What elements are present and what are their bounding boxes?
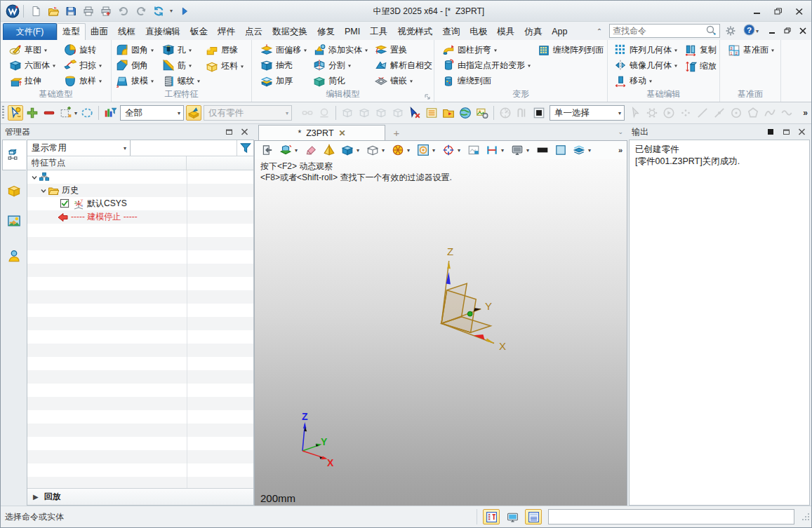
ribbon-item-圆角[interactable]: 圆角▾ bbox=[116, 42, 162, 57]
link-gray-button[interactable] bbox=[300, 105, 315, 121]
ball-gray-button[interactable] bbox=[317, 105, 332, 121]
canvas-pyramid-button[interactable] bbox=[320, 142, 338, 158]
dots-gray-button[interactable] bbox=[678, 105, 693, 121]
replay-expand-icon[interactable]: ▶ bbox=[33, 493, 39, 501]
manager-close-icon[interactable] bbox=[239, 127, 250, 137]
toolbar-grip[interactable] bbox=[2, 106, 4, 120]
chevron-down-icon[interactable] bbox=[39, 187, 48, 195]
ribbon-item-草图[interactable]: 草图▾ bbox=[9, 42, 64, 57]
st-doc-toggle[interactable] bbox=[525, 509, 542, 524]
canvas-cube-blue-button[interactable] bbox=[338, 142, 357, 158]
tree-header-feature-node[interactable]: 特征节点 bbox=[27, 156, 187, 170]
canvas-circle-box-button[interactable] bbox=[414, 142, 432, 158]
ribbon-tab-4[interactable]: 钣金 bbox=[185, 23, 213, 40]
canvas-exit-button[interactable] bbox=[258, 142, 277, 158]
output-float-icon[interactable] bbox=[780, 127, 792, 137]
toolbar-overflow-icon[interactable]: » bbox=[803, 108, 808, 118]
ribbon-tab-7[interactable]: 数据交换 bbox=[267, 23, 312, 40]
st-monitor-toggle[interactable] bbox=[504, 509, 521, 524]
manager-tab-mgr-shape[interactable] bbox=[2, 182, 26, 199]
manager-tab-mgr-user[interactable] bbox=[2, 248, 26, 264]
ribbon-item-放样[interactable]: 放样▾ bbox=[64, 74, 102, 89]
app-logo[interactable] bbox=[4, 3, 22, 20]
lasso-button[interactable] bbox=[79, 105, 95, 121]
status-input[interactable] bbox=[548, 509, 794, 524]
ribbon-item-基准面[interactable]: 312基准面▾ bbox=[728, 42, 774, 58]
chevron-down-icon[interactable]: ▾ bbox=[74, 110, 77, 116]
ribbon-item-坯料[interactable]: 坯料▾ bbox=[206, 58, 244, 74]
canvas-hbar-button[interactable] bbox=[483, 142, 501, 158]
manager-tab-mgr-history[interactable] bbox=[2, 140, 26, 170]
chevron-down-icon[interactable]: ▾ bbox=[382, 147, 389, 154]
ribbon-item-圆柱折弯[interactable]: 圆柱折弯▾ bbox=[442, 42, 538, 57]
ribbon-item-孔[interactable]: 孔▾ bbox=[162, 42, 206, 57]
tree-row-root[interactable] bbox=[27, 170, 253, 184]
window-close-button[interactable] bbox=[792, 5, 807, 18]
ribbon-item-缩放[interactable]: 缩放 bbox=[684, 58, 717, 74]
replay-bar[interactable]: ▶ 回放 bbox=[27, 488, 253, 505]
ribbon-item-拉伸[interactable]: 拉伸 bbox=[9, 74, 64, 89]
tree-row-默认CSYS[interactable]: YZx默认CSYS bbox=[27, 197, 253, 210]
st-panel-toggle[interactable] bbox=[483, 509, 500, 524]
ribbon-tab-9[interactable]: PMI bbox=[340, 23, 365, 40]
canvas-cube-wire-button[interactable] bbox=[364, 142, 382, 158]
ribbon-item-缠绕阵列到面[interactable]: 缠绕阵列到面 bbox=[538, 42, 604, 58]
ribbon-item-唇缘[interactable]: 唇缘 bbox=[206, 42, 244, 58]
ribbon-item-筋[interactable]: 筋▾ bbox=[162, 57, 206, 73]
list-yellow-button[interactable] bbox=[424, 105, 439, 121]
ribbon-item-抽壳[interactable]: 抽壳 bbox=[260, 57, 313, 73]
ribbon-item-移动[interactable]: 移动▾ bbox=[614, 74, 684, 89]
qat-customize-caret[interactable]: ▾ bbox=[167, 3, 175, 20]
ribbon-tab-2[interactable]: 线框 bbox=[113, 23, 140, 40]
minus-red-button[interactable] bbox=[41, 105, 57, 121]
chevron-down-icon[interactable]: ▾ bbox=[357, 147, 364, 154]
ribbon-item-置换[interactable]: 置换 bbox=[375, 42, 432, 57]
ribbon-item-复制[interactable]: 复制 bbox=[684, 42, 717, 58]
checkbox-checked-icon[interactable] bbox=[59, 198, 70, 210]
ribbon-item-缠绕到面[interactable]: 缠绕到面 bbox=[442, 74, 538, 89]
ribbon-item-简化[interactable]: 简化 bbox=[313, 74, 375, 89]
wave-gray-button[interactable] bbox=[779, 105, 794, 121]
ribbon-tab-5[interactable]: 焊件 bbox=[213, 23, 240, 40]
filter-all-combobox[interactable]: 全部▾ bbox=[120, 105, 184, 121]
canvas-layers-button[interactable] bbox=[570, 142, 588, 158]
canvas-wheel-button[interactable] bbox=[389, 142, 407, 158]
ribbon-item-阵列几何体[interactable]: 阵列几何体▾ bbox=[614, 42, 684, 57]
cursor-gray-button[interactable] bbox=[627, 105, 643, 121]
iso1-gray-button[interactable] bbox=[390, 105, 406, 121]
ribbon-tab-16[interactable]: App bbox=[547, 23, 572, 40]
iso1-gray-button[interactable] bbox=[357, 105, 372, 121]
canvas-render-mode-button[interactable] bbox=[277, 142, 295, 158]
file-menu-button[interactable]: 文件(F) bbox=[3, 23, 57, 40]
output-close-icon[interactable] bbox=[796, 127, 807, 137]
poly-gray-button[interactable] bbox=[745, 105, 761, 121]
canvas-monitor-button[interactable] bbox=[508, 142, 526, 158]
canvas-blue-square-button[interactable] bbox=[552, 142, 570, 158]
doc-minimize-button[interactable] bbox=[766, 25, 778, 36]
circledot-gray-button[interactable] bbox=[728, 105, 744, 121]
folder-red-button[interactable] bbox=[441, 105, 456, 121]
chevron-down-icon[interactable]: ▾ bbox=[458, 147, 465, 154]
canvas-toolbar-overflow-icon[interactable]: » bbox=[618, 146, 621, 154]
cursor-rb-button[interactable] bbox=[407, 105, 422, 121]
settings-gear-icon[interactable] bbox=[723, 23, 738, 39]
chevron-down-icon[interactable]: ▾ bbox=[588, 147, 595, 154]
manager-tab-mgr-image[interactable] bbox=[2, 212, 26, 229]
line-gray-button[interactable] bbox=[695, 105, 710, 121]
new-tab-button[interactable]: + bbox=[389, 126, 404, 140]
command-search-input[interactable] bbox=[613, 26, 705, 36]
chevron-down-icon[interactable] bbox=[30, 173, 39, 182]
filter-colors-button[interactable] bbox=[102, 105, 118, 121]
chevron-down-icon[interactable]: ▾ bbox=[407, 147, 414, 154]
gear-img-button[interactable] bbox=[474, 105, 490, 121]
show-common-combobox[interactable]: 显示常用 ▾ bbox=[27, 140, 131, 156]
tree-header-col2[interactable] bbox=[187, 156, 253, 170]
ribbon-item-扫掠[interactable]: 扫掠▾ bbox=[64, 57, 102, 73]
qat-printer-button[interactable] bbox=[79, 3, 97, 20]
output-options-icon[interactable] bbox=[765, 127, 776, 137]
ribbon-tab-0[interactable]: 造型 bbox=[57, 23, 86, 41]
tree-filter-input[interactable] bbox=[131, 140, 237, 156]
ribbon-tab-8[interactable]: 修复 bbox=[312, 23, 340, 40]
document-tab[interactable]: * Z3PRT ✕ bbox=[258, 125, 385, 140]
canvas-eraser-button[interactable] bbox=[302, 142, 320, 158]
